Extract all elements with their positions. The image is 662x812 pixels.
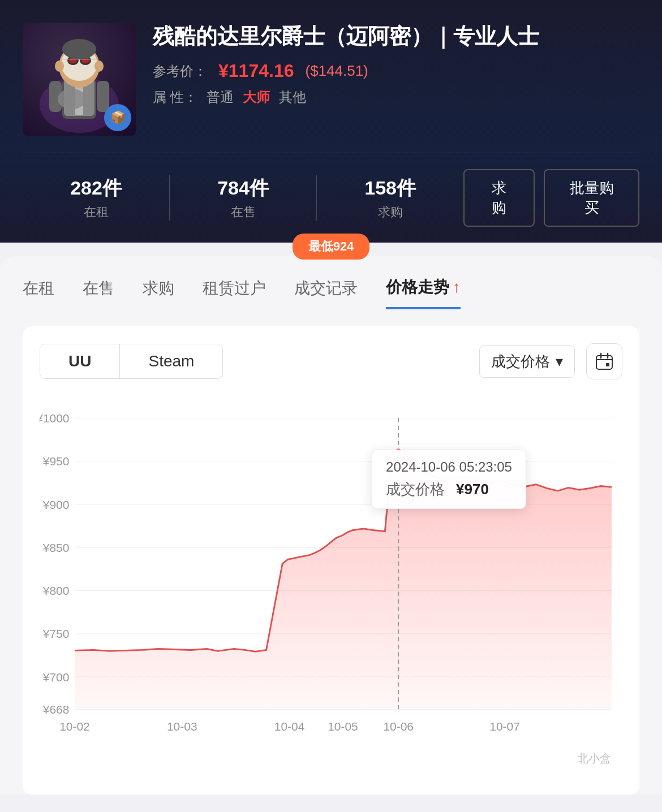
svg-text:10-02: 10-02 <box>59 720 90 733</box>
price-cny: ¥1174.16 <box>218 61 294 81</box>
avatar-wrapper: 📦 <box>23 23 136 136</box>
svg-text:¥1000: ¥1000 <box>40 412 69 425</box>
stat-rent: 282件 在租 <box>23 175 169 221</box>
svg-text:¥900: ¥900 <box>42 498 70 511</box>
tooltip-price-label: 成交价格 <box>386 480 445 499</box>
price-chart-svg: ¥1000 ¥950 ¥900 ¥850 ¥800 ¥750 ¥700 ¥668 <box>40 393 622 778</box>
item-price-row: 参考价： ¥1174.16 ($144.51) <box>153 61 639 81</box>
stat-sale-label: 在售 <box>170 204 316 221</box>
price-usd: ($144.51) <box>305 62 368 80</box>
calendar-button[interactable] <box>586 343 622 379</box>
chart-container: ¥1000 ¥950 ¥900 ¥850 ¥800 ¥750 ¥700 ¥668 <box>40 393 622 778</box>
content-section: 在租 在售 求购 租赁过户 成交记录 价格走势↑ UU Steam 成交价格 ▾ <box>0 256 662 794</box>
bulk-buy-button[interactable]: 批量购买 <box>544 169 639 227</box>
svg-point-14 <box>62 39 96 59</box>
svg-point-6 <box>58 89 86 109</box>
stat-sale: 784件 在售 <box>169 175 316 221</box>
lowest-badge: 最低924 <box>293 234 370 260</box>
tab-wanted[interactable]: 求购 <box>143 278 174 308</box>
tab-arrow-icon: ↑ <box>453 278 461 296</box>
buy-button[interactable]: 求购 <box>463 169 535 227</box>
box-icon-badge: 📦 <box>104 104 131 131</box>
svg-rect-17 <box>596 356 612 369</box>
stat-rent-label: 在租 <box>23 204 169 221</box>
lowest-badge-wrapper: 最低924 <box>0 241 662 267</box>
attr-other: 其他 <box>279 88 306 106</box>
item-attr-row: 属 性： 普通 大师 其他 <box>153 88 639 106</box>
stat-wanted-number: 158件 <box>317 175 463 201</box>
attr-normal: 普通 <box>207 88 234 106</box>
source-tab-uu[interactable]: UU <box>40 344 119 378</box>
svg-text:¥950: ¥950 <box>42 455 70 468</box>
svg-text:¥800: ¥800 <box>42 584 70 597</box>
tab-price-trend[interactable]: 价格走势↑ <box>386 277 461 309</box>
source-tabs-row: UU Steam 成交价格 ▾ <box>40 343 622 379</box>
svg-text:¥700: ¥700 <box>42 671 70 684</box>
svg-text:¥750: ¥750 <box>42 627 70 640</box>
stat-rent-number: 282件 <box>23 175 169 201</box>
stat-wanted: 158件 求购 <box>316 175 463 221</box>
svg-text:10-03: 10-03 <box>167 720 197 733</box>
item-avatar: 📦 <box>23 23 136 136</box>
item-info-row: 📦 残酷的达里尔爵士（迈阿密）｜专业人士 参考价： ¥1174.16 ($144… <box>23 23 639 153</box>
item-details: 残酷的达里尔爵士（迈阿密）｜专业人士 参考价： ¥1174.16 ($144.5… <box>153 23 639 106</box>
calendar-icon <box>595 352 613 370</box>
tab-sale[interactable]: 在售 <box>83 278 114 308</box>
tooltip-date: 2024-10-06 05:23:05 <box>386 459 512 475</box>
stats-row: 282件 在租 784件 在售 158件 求购 求购 批量购买 <box>23 153 639 243</box>
tab-transaction-record[interactable]: 成交记录 <box>294 278 358 308</box>
svg-text:¥850: ¥850 <box>42 541 70 554</box>
chart-section: UU Steam 成交价格 ▾ <box>23 326 639 794</box>
svg-text:10-07: 10-07 <box>489 720 520 733</box>
action-buttons: 求购 批量购买 <box>463 169 639 227</box>
price-type-label: 成交价格 <box>491 352 550 372</box>
dropdown-icon: ▾ <box>556 353 563 370</box>
svg-text:10-05: 10-05 <box>328 720 358 733</box>
header-section: 📦 残酷的达里尔爵士（迈阿密）｜专业人士 参考价： ¥1174.16 ($144… <box>0 0 662 243</box>
chart-controls: 成交价格 ▾ <box>479 343 622 379</box>
svg-text:10-06: 10-06 <box>383 720 414 733</box>
svg-rect-5 <box>97 81 109 112</box>
tab-lease-transfer[interactable]: 租赁过户 <box>203 278 266 308</box>
tooltip-price-row: 成交价格 ¥970 <box>386 480 512 499</box>
price-label: 参考价： <box>153 62 207 80</box>
source-tab-steam[interactable]: Steam <box>119 344 222 378</box>
attr-label: 属 性： <box>153 88 197 106</box>
svg-point-15 <box>55 61 64 72</box>
price-type-selector[interactable]: 成交价格 ▾ <box>479 345 575 378</box>
svg-text:¥668: ¥668 <box>42 703 70 716</box>
attr-master: 大师 <box>243 88 270 106</box>
svg-text:10-04: 10-04 <box>274 720 305 733</box>
svg-point-16 <box>94 61 104 72</box>
item-title: 残酷的达里尔爵士（迈阿密）｜专业人士 <box>153 23 639 50</box>
stat-sale-number: 784件 <box>170 175 316 201</box>
chart-tooltip: 2024-10-06 05:23:05 成交价格 ¥970 <box>372 450 526 509</box>
svg-rect-21 <box>606 363 609 366</box>
watermark: 北小盒 <box>577 751 611 766</box>
source-tabs: UU Steam <box>40 344 223 379</box>
tooltip-price-value: ¥970 <box>456 481 489 498</box>
stat-wanted-label: 求购 <box>317 204 463 221</box>
tab-rent[interactable]: 在租 <box>23 278 54 308</box>
